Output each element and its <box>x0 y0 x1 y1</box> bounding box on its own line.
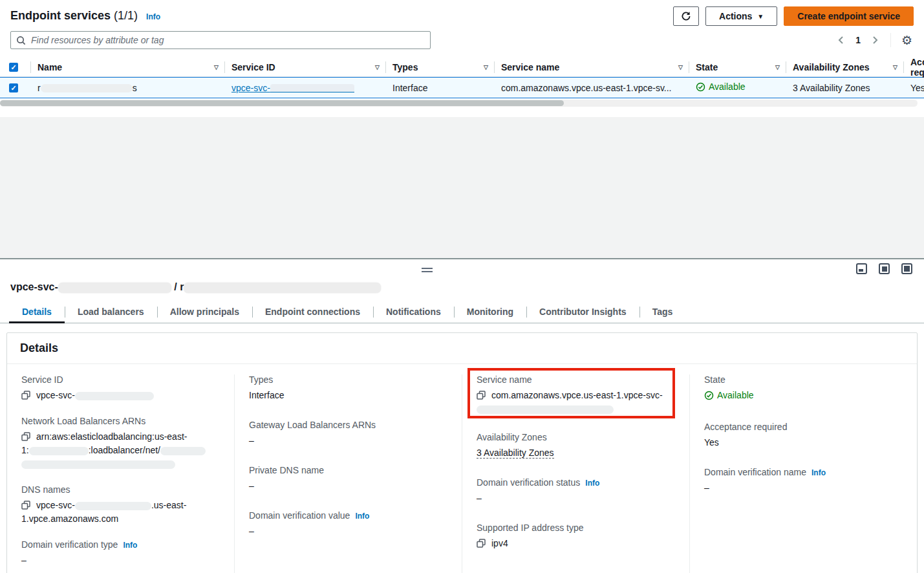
field-value: – <box>704 481 903 495</box>
tab-tags[interactable]: Tags <box>639 302 686 323</box>
table-row[interactable]: ✓ rs vpce-svc- Interface com.amazonaws.v… <box>0 77 924 98</box>
table-header-service-name[interactable]: Service name ▽ <box>495 58 689 76</box>
copy-icon[interactable] <box>21 432 30 441</box>
copy-icon[interactable] <box>21 391 30 400</box>
field-value: 3 Availability Zones <box>477 446 675 460</box>
table-header-acceptance-required[interactable]: Acceptance required <box>904 58 924 76</box>
field-private-dns-name: Private DNS name – <box>249 465 447 493</box>
availability-zones-popover-trigger[interactable]: 3 Availability Zones <box>793 83 870 93</box>
row-checkbox[interactable]: ✓ <box>9 83 18 92</box>
redacted-name <box>41 84 133 92</box>
sort-icon[interactable]: ▽ <box>375 64 380 70</box>
field-domain-verification-type: Domain verification typeInfo – <box>21 539 220 567</box>
actions-button-label: Actions <box>719 11 752 21</box>
info-link[interactable]: Info <box>585 479 599 488</box>
table-header-name[interactable]: Name ▽ <box>31 58 225 76</box>
field-domain-verification-name: Domain verification nameInfo – <box>704 467 903 495</box>
detail-split-panel: vpce-svc- / r Details Load balancers All… <box>0 258 924 573</box>
tab-contributor-insights[interactable]: Contributor Insights <box>526 302 639 323</box>
horizontal-scrollbar[interactable] <box>0 100 918 107</box>
table-header-row: ✓ Name ▽ Service ID ▽ Types ▽ Service na… <box>0 58 924 77</box>
row-state-cell: Available <box>689 81 786 94</box>
tab-allow-principals[interactable]: Allow principals <box>157 302 252 323</box>
supported-ip-value: ipv4 <box>491 538 508 548</box>
field-supported-ip: Supported IP address type ipv4 <box>477 523 675 550</box>
row-checkbox-cell: ✓ <box>0 83 31 92</box>
header-label: Types <box>392 62 418 72</box>
next-page-button[interactable] <box>868 33 881 47</box>
info-link[interactable]: Info <box>123 541 137 550</box>
sort-icon[interactable]: ▽ <box>893 64 897 70</box>
sort-icon[interactable]: ▽ <box>775 64 780 70</box>
field-label: Availability Zones <box>477 432 675 442</box>
panel-size-medium-icon[interactable] <box>879 263 890 274</box>
panel-title-separator: / <box>174 281 177 292</box>
info-link[interactable]: Info <box>811 468 826 477</box>
state-text: Available <box>717 389 754 402</box>
actions-button[interactable]: Actions ▼ <box>705 6 777 26</box>
service-id-prefix: vpce-svc- <box>231 83 270 93</box>
page-info-link[interactable]: Info <box>146 12 160 21</box>
search-box[interactable] <box>10 31 431 49</box>
field-label: DNS names <box>21 484 220 495</box>
available-check-icon <box>696 82 705 92</box>
field-label: Acceptance required <box>704 422 903 432</box>
details-card-body: Service ID vpce-svc- Network Load Balanc… <box>7 364 917 573</box>
table-bottom-padding <box>0 107 924 117</box>
sort-icon[interactable]: ▽ <box>484 64 488 70</box>
field-label: Private DNS name <box>249 465 447 475</box>
pagination-divider <box>890 33 891 47</box>
info-link[interactable]: Info <box>355 512 369 521</box>
copy-icon[interactable] <box>477 391 486 400</box>
refresh-button[interactable] <box>673 6 699 26</box>
table-header-service-id[interactable]: Service ID ▽ <box>225 58 386 76</box>
field-service-name: Service name com.amazonaws.vpce.us-east-… <box>477 374 675 416</box>
header-label: Service name <box>501 62 559 72</box>
create-endpoint-service-button[interactable]: Create endpoint service <box>784 6 914 26</box>
field-label: Domain verification nameInfo <box>704 467 903 477</box>
panel-size-full-icon[interactable] <box>901 263 912 274</box>
row-name-prefix: r <box>38 83 41 93</box>
dns-prefix: vpce-svc- <box>36 500 75 510</box>
copy-icon[interactable] <box>477 539 486 548</box>
redacted-title-id <box>58 283 171 293</box>
select-all-checkbox-cell: ✓ <box>0 58 31 76</box>
copy-icon[interactable] <box>21 501 30 510</box>
tab-load-balancers[interactable]: Load balancers <box>65 302 157 323</box>
split-panel-drag-handle-icon[interactable] <box>422 268 433 272</box>
tab-monitoring[interactable]: Monitoring <box>454 302 526 323</box>
panel-tabs: Details Load balancers Allow principals … <box>0 302 924 323</box>
availability-zones-popover-trigger[interactable]: 3 Availability Zones <box>477 448 554 459</box>
previous-page-button[interactable] <box>835 33 848 47</box>
table-header-state[interactable]: State ▽ <box>689 58 786 76</box>
field-label: Domain verification typeInfo <box>21 539 220 550</box>
field-types: Types Interface <box>249 374 447 402</box>
chevron-down-icon: ▼ <box>757 13 764 20</box>
tab-details[interactable]: Details <box>9 302 65 323</box>
preferences-gear-button[interactable]: ⚙ <box>900 34 914 47</box>
header-label: Service ID <box>231 62 275 72</box>
panel-size-small-icon[interactable] <box>856 263 867 274</box>
select-all-checkbox[interactable]: ✓ <box>9 63 18 72</box>
endpoint-services-table: ✓ Name ▽ Service ID ▽ Types ▽ Service na… <box>0 58 924 98</box>
horizontal-scrollbar-thumb[interactable] <box>0 100 564 106</box>
sort-icon[interactable]: ▽ <box>678 64 683 70</box>
details-column-1: Service ID vpce-svc- Network Load Balanc… <box>7 374 234 573</box>
redacted-lb-name <box>160 447 206 455</box>
table-header-types[interactable]: Types ▽ <box>386 58 495 76</box>
chevron-right-icon <box>871 36 879 45</box>
tab-notifications[interactable]: Notifications <box>373 302 454 323</box>
arn-line2-mid: :loadbalancer/net/ <box>89 445 160 455</box>
tab-endpoint-connections[interactable]: Endpoint connections <box>252 302 373 323</box>
table-header-availability-zones[interactable]: Availability Zones ▽ <box>786 58 904 76</box>
sort-icon[interactable]: ▽ <box>214 64 219 70</box>
service-id-link[interactable]: vpce-svc- <box>231 83 354 93</box>
refresh-icon <box>681 11 691 21</box>
field-value: vpce-svc-.us-east- 1.vpce.amazonaws.com <box>21 499 220 526</box>
arn-line1: arn:aws:elasticloadbalancing:us-east- <box>36 431 187 442</box>
field-nlb-arns: Network Load Balancers ARNs arn:aws:elas… <box>21 416 220 471</box>
header-label: State <box>696 62 718 72</box>
field-label: Supported IP address type <box>477 523 675 533</box>
gear-icon: ⚙ <box>901 33 912 47</box>
search-input[interactable] <box>30 34 425 46</box>
